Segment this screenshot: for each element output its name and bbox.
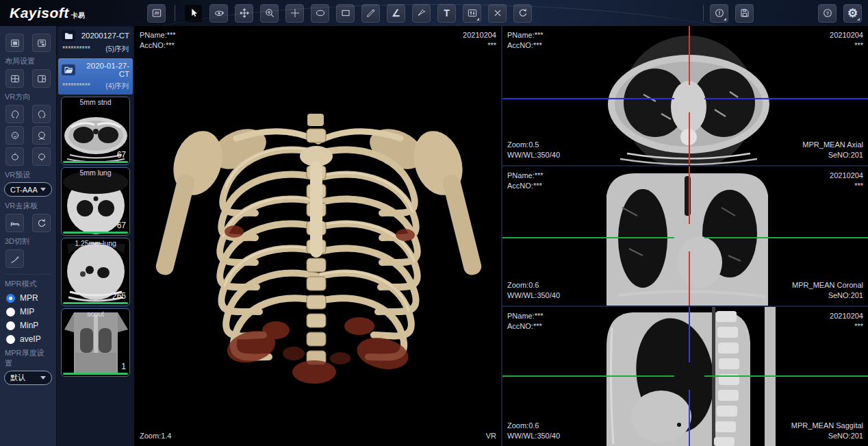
head-front-icon [10, 130, 21, 141]
rect-roi-button[interactable] [336, 4, 355, 23]
folder-icon [62, 30, 75, 41]
thumbnail-label: 5mm lung [62, 169, 129, 177]
mpr-mode-option-mip[interactable]: MIP [6, 307, 50, 317]
window-level: WW/WL:350/40 [507, 290, 560, 301]
mpr-crosshair-horizontal[interactable] [502, 237, 674, 238]
radio-label: MIP [20, 307, 34, 317]
accession-number: AccNO:*** [507, 321, 544, 332]
app-logo: Kayisoft 卡易 [0, 5, 135, 21]
2d-layout-button[interactable]: 2D [147, 4, 166, 23]
series-info-button[interactable] [710, 4, 728, 23]
vr-direction-superior-button[interactable] [5, 147, 24, 166]
mpr-crosshair-vertical[interactable] [689, 26, 690, 85]
toolbar-separator [175, 5, 175, 21]
zoom-factor: Zoom:0.5 [507, 140, 560, 150]
layout-single-button[interactable] [5, 34, 24, 52]
help-button[interactable]: ? [818, 4, 837, 23]
layout-grid-icon [10, 73, 21, 84]
window-level-button[interactable] [463, 4, 481, 23]
accession-number: AccNO:*** [140, 40, 176, 51]
study-date: 20210204 [830, 171, 863, 181]
patient-name: PName:*** [507, 171, 544, 181]
series-count: (5)序列 [105, 45, 129, 54]
mpr-crosshair-horizontal[interactable] [704, 98, 868, 99]
mpr-crosshair-vertical[interactable] [689, 112, 690, 166]
mpr-coronal-viewport[interactable]: PName:*** AccNO:*** 20210204 *** Zoom:0.… [502, 166, 868, 307]
vr-ribcage-render [135, 26, 502, 446]
pan-icon [239, 8, 250, 18]
patient-name: PName:*** [507, 311, 544, 321]
logo-text: Kayisoft [10, 5, 69, 21]
layout-2x2-button[interactable] [5, 69, 24, 88]
bed-reset-button[interactable] [32, 214, 51, 232]
thumbnail-scout[interactable]: scout 1 [61, 308, 130, 377]
thumbnail-1-25mm-lung[interactable]: 1.25mm lung 265 [61, 238, 130, 306]
mpr-crosshair-vertical[interactable] [689, 390, 690, 446]
delete-annotation-button[interactable] [488, 4, 507, 23]
thumbnail-label: scout [62, 310, 129, 318]
layout-custom-button[interactable] [32, 34, 51, 52]
mpr-crosshair-vertical[interactable] [689, 251, 690, 307]
vr-preset-select[interactable]: CT-AAA [4, 182, 52, 197]
angle-measure-button[interactable]: ∠ [387, 4, 405, 23]
text-annotation-button[interactable]: T [437, 4, 456, 23]
main-tools: 2D [147, 4, 532, 23]
reset-icon [518, 8, 528, 18]
render-mode: MPR_MEAN Saggital [791, 421, 863, 431]
mpr-mode-option-minp[interactable]: MinP [6, 321, 50, 330]
series-number: SeNO:201 [802, 150, 863, 160]
scalpel-cut-button[interactable] [5, 249, 24, 268]
crosshair-tool-button[interactable] [285, 4, 304, 23]
settings-button[interactable]: ⚙ [843, 4, 862, 23]
vr-direction-anterior-button[interactable] [5, 126, 24, 145]
mpr-thickness-value: 默认 [10, 373, 25, 383]
dropdown-corner-mark [476, 18, 479, 21]
window-level: WW/WL:350/40 [507, 150, 560, 160]
remove-bed-button[interactable] [5, 214, 24, 232]
window-level: WW/WL:350/40 [507, 431, 560, 441]
accession-number: AccNO:*** [507, 40, 544, 51]
mpr-crosshair-vertical[interactable] [689, 307, 690, 362]
close-x-icon [492, 8, 503, 18]
rotate-3d-button[interactable] [209, 4, 228, 23]
mpr-crosshair-horizontal[interactable] [704, 375, 868, 377]
mpr-mode-option-aveip[interactable]: aveIP [6, 334, 50, 344]
ellipse-icon [315, 8, 326, 18]
vr-direction-right-button[interactable] [32, 105, 51, 123]
pencil-measure-icon [366, 8, 376, 18]
top-toolbar: Kayisoft 卡易 2D [0, 0, 868, 26]
length-measure-button[interactable] [361, 4, 380, 23]
mpr-crosshair-horizontal[interactable] [704, 237, 868, 238]
mpr-mode-option-mpr[interactable]: MPR [6, 293, 50, 303]
study-item[interactable]: 20200127-CT ********** (5)序列 [58, 27, 133, 58]
cobb-angle-button[interactable] [412, 4, 431, 23]
ellipse-roi-button[interactable] [311, 4, 329, 23]
mpr-sagittal-viewport[interactable]: PName:*** AccNO:*** 20210204 *** Zoom:0.… [502, 307, 868, 446]
vr-direction-left-button[interactable] [5, 105, 24, 123]
layout-1-plus-2-button[interactable] [32, 69, 51, 88]
vr-direction-posterior-button[interactable] [32, 126, 51, 145]
thumbnail-5mm-lung[interactable]: 5mm lung 67 [61, 167, 130, 236]
thumbnail-label: 1.25mm lung [62, 239, 129, 247]
mpr-crosshair-vertical[interactable] [689, 166, 690, 224]
zoom-tool-button[interactable] [260, 4, 279, 23]
study-item-selected[interactable]: 2020-01-27-CT ********** (4)序列 [58, 58, 133, 95]
cursor-tool-button[interactable] [184, 4, 203, 23]
mpr-crosshair-horizontal[interactable] [502, 98, 674, 99]
reset-view-button[interactable] [513, 4, 532, 23]
cut-3d-label: 3D切割 [5, 236, 51, 247]
vr-viewport[interactable]: PName:*** AccNO:*** 20210204 *** Zoom:1.… [135, 26, 502, 446]
load-progress-bar [63, 373, 128, 375]
save-image-button[interactable] [735, 4, 754, 23]
vr-direction-inferior-button[interactable] [32, 147, 51, 166]
svg-text:2D: 2D [154, 11, 159, 15]
pan-tool-button[interactable] [235, 4, 253, 23]
patient-name: PName:*** [140, 30, 176, 40]
accession-number: AccNO:*** [507, 181, 544, 191]
thumbnail-image-count: 265 [112, 291, 126, 301]
mpr-thickness-select[interactable]: 默认 [4, 371, 52, 385]
mpr-axial-viewport[interactable]: PName:*** AccNO:*** 20210204 *** Zoom:0.… [502, 26, 868, 166]
reset-icon [36, 218, 47, 229]
mpr-crosshair-horizontal[interactable] [502, 375, 674, 377]
thumbnail-5mm-stnd[interactable]: 5mm stnd 67 [61, 97, 130, 165]
